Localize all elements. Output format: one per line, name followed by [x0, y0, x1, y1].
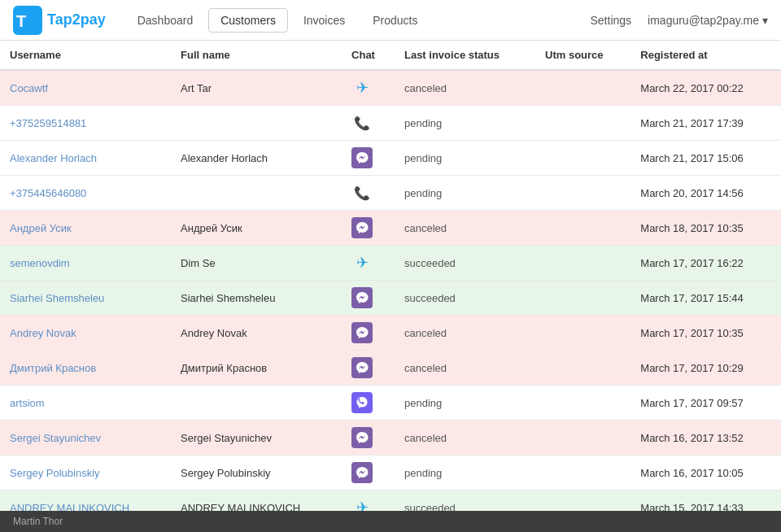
cell-fullname	[171, 386, 342, 421]
user-menu[interactable]: imaguru@tap2pay.me ▾	[648, 14, 768, 27]
nav-links: Dashboard Customers Invoices Products	[125, 8, 591, 33]
cell-registered: March 16, 2017 13:52	[630, 421, 781, 456]
phone-icon: 📞	[351, 112, 373, 133]
cell-registered: March 17, 2017 10:35	[630, 316, 781, 351]
messenger-icon	[351, 427, 373, 448]
cell-username[interactable]: Andrey Novak	[0, 316, 171, 351]
cell-utm	[535, 281, 630, 316]
customers-table-wrap: Username Full name Chat Last invoice sta…	[0, 41, 781, 532]
cell-status: canceled	[395, 351, 535, 386]
col-registered: Registered at	[630, 41, 781, 70]
table-row: semenovdim Dim Se ✈ succeeded March 17, …	[0, 246, 781, 281]
cell-chat: ✈	[342, 70, 395, 106]
col-username: Username	[0, 41, 171, 70]
cell-status: pending	[395, 176, 535, 211]
cell-utm	[535, 316, 630, 351]
cell-status: canceled	[395, 70, 535, 106]
cell-username[interactable]: +375445646080	[0, 176, 171, 211]
cell-username[interactable]: artsiom	[0, 386, 171, 421]
table-row: Sergey Polubinskiy Sergey Polubinskiy pe…	[0, 456, 781, 491]
cell-fullname: Alexander Horlach	[171, 141, 342, 176]
username-link[interactable]: Sergey Polubinskiy	[10, 467, 100, 479]
chevron-down-icon: ▾	[762, 14, 768, 27]
cell-registered: March 20, 2017 14:56	[630, 176, 781, 211]
cell-username[interactable]: semenovdim	[0, 246, 171, 281]
cell-registered: March 16, 2017 10:05	[630, 456, 781, 491]
messenger-icon	[351, 462, 373, 483]
footer-user: Martin Thor	[13, 516, 63, 527]
cell-chat	[342, 141, 395, 176]
cell-status: canceled	[395, 211, 535, 246]
col-utm: Utm source	[535, 41, 630, 70]
phone-icon: 📞	[351, 182, 373, 203]
cell-status: canceled	[395, 316, 535, 351]
cell-fullname: Sergey Polubinskiy	[171, 456, 342, 491]
cell-utm	[535, 246, 630, 281]
logo-text: Tap2pay	[47, 11, 106, 28]
nav-customers[interactable]: Customers	[208, 8, 288, 33]
cell-utm	[535, 351, 630, 386]
username-link[interactable]: Alexander Horlach	[10, 152, 97, 164]
username-link[interactable]: Cocawtf	[10, 82, 48, 94]
username-link[interactable]: Андрей Усик	[10, 222, 72, 234]
cell-chat: 📞	[342, 176, 395, 211]
footer: Martin Thor	[0, 511, 781, 532]
username-link[interactable]: Sergei Stayunichev	[10, 432, 101, 444]
cell-status: pending	[395, 456, 535, 491]
table-row: Sergei Stayunichev Sergei Stayunichev ca…	[0, 421, 781, 456]
table-row: artsiom pending March 17, 2017 09:57	[0, 386, 781, 421]
cell-chat	[342, 211, 395, 246]
cell-registered: March 18, 2017 10:35	[630, 211, 781, 246]
cell-fullname: Андрей Усик	[171, 211, 342, 246]
cell-chat	[342, 456, 395, 491]
cell-username[interactable]: +375259514881	[0, 106, 171, 141]
username-link[interactable]: Andrey Novak	[10, 327, 76, 339]
cell-username[interactable]: Cocawtf	[0, 70, 171, 106]
cell-username[interactable]: Андрей Усик	[0, 211, 171, 246]
username-link[interactable]: +375259514881	[10, 117, 86, 129]
cell-chat	[342, 386, 395, 421]
table-row: Дмитрий Краснов Дмитрий Краснов canceled…	[0, 351, 781, 386]
cell-username[interactable]: Alexander Horlach	[0, 141, 171, 176]
cell-utm	[535, 70, 630, 106]
logo[interactable]: T Tap2pay	[13, 6, 106, 35]
username-link[interactable]: +375445646080	[10, 187, 86, 199]
navbar: T Tap2pay Dashboard Customers Invoices P…	[0, 0, 781, 41]
col-fullname: Full name	[171, 41, 342, 70]
cell-username[interactable]: Дмитрий Краснов	[0, 351, 171, 386]
cell-fullname: Sergei Stayunichev	[171, 421, 342, 456]
username-link[interactable]: artsiom	[10, 397, 45, 409]
messenger-icon	[351, 357, 373, 378]
table-row: Andrey Novak Andrey Novak canceled March…	[0, 316, 781, 351]
username-link[interactable]: Siarhei Shemsheleu	[10, 292, 104, 304]
cell-utm	[535, 176, 630, 211]
cell-username[interactable]: Sergey Polubinskiy	[0, 456, 171, 491]
cell-utm	[535, 141, 630, 176]
col-chat: Chat	[342, 41, 395, 70]
cell-registered: March 17, 2017 10:29	[630, 351, 781, 386]
cell-fullname: Siarhei Shemsheleu	[171, 281, 342, 316]
cell-fullname: Art Tar	[171, 70, 342, 106]
cell-registered: March 17, 2017 15:44	[630, 281, 781, 316]
nav-products[interactable]: Products	[360, 8, 430, 33]
cell-utm	[535, 211, 630, 246]
telegram-icon: ✈	[351, 252, 373, 273]
username-link[interactable]: Дмитрий Краснов	[10, 362, 96, 374]
nav-invoices[interactable]: Invoices	[291, 8, 357, 33]
table-row: Alexander Horlach Alexander Horlach pend…	[0, 141, 781, 176]
cell-username[interactable]: Siarhei Shemsheleu	[0, 281, 171, 316]
settings-link[interactable]: Settings	[590, 14, 631, 27]
username-link[interactable]: semenovdim	[10, 257, 70, 269]
cell-status: pending	[395, 106, 535, 141]
cell-username[interactable]: Sergei Stayunichev	[0, 421, 171, 456]
cell-chat	[342, 316, 395, 351]
nav-dashboard[interactable]: Dashboard	[125, 8, 206, 33]
customers-table: Username Full name Chat Last invoice sta…	[0, 41, 781, 532]
table-header: Username Full name Chat Last invoice sta…	[0, 41, 781, 70]
cell-fullname	[171, 106, 342, 141]
table-body: Cocawtf Art Tar ✈ canceled March 22, 201…	[0, 70, 781, 532]
messenger-icon	[351, 322, 373, 343]
cell-registered: March 17, 2017 09:57	[630, 386, 781, 421]
cell-chat	[342, 351, 395, 386]
table-row: Андрей Усик Андрей Усик canceled March 1…	[0, 211, 781, 246]
